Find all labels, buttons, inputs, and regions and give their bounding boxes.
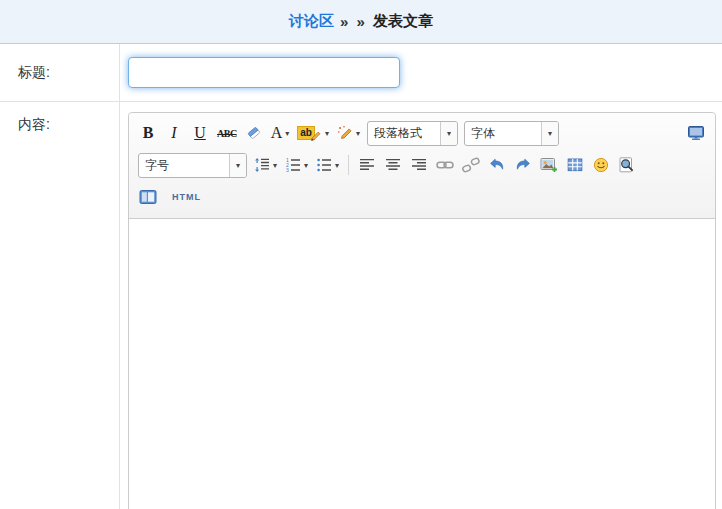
insert-image-button[interactable] bbox=[537, 152, 561, 178]
svg-text:3: 3 bbox=[286, 167, 289, 173]
editor-content-area[interactable] bbox=[129, 219, 715, 509]
link-icon bbox=[436, 157, 454, 173]
chevron-down-icon[interactable]: ▾ bbox=[541, 122, 558, 145]
breadcrumb-forum-link[interactable]: 讨论区 bbox=[289, 12, 334, 31]
align-center-icon bbox=[385, 157, 401, 173]
content-label: 内容: bbox=[0, 102, 120, 509]
strikethrough-button[interactable]: ABC bbox=[214, 120, 240, 146]
html-source-button[interactable]: HTML bbox=[169, 184, 204, 210]
line-height-icon bbox=[254, 157, 270, 173]
align-right-button[interactable] bbox=[407, 152, 431, 178]
remove-format-button[interactable] bbox=[242, 120, 266, 146]
breadcrumb-separator: » » bbox=[340, 13, 367, 30]
ordered-list-icon: 123 bbox=[285, 157, 301, 173]
align-left-icon bbox=[359, 157, 375, 173]
layout-blocks-icon bbox=[139, 189, 157, 205]
unlink-icon bbox=[462, 157, 480, 173]
align-left-button[interactable] bbox=[355, 152, 379, 178]
chevron-down-icon: ▾ bbox=[304, 161, 308, 170]
toolbar-row-2: 字号 ▾ ▾ 123 ▾ ▾ bbox=[135, 149, 709, 181]
chevron-down-icon: ▾ bbox=[356, 129, 360, 138]
post-form: 标题: 内容: B I U ABC bbox=[0, 44, 722, 509]
bullet-list-icon bbox=[316, 157, 332, 173]
bold-button[interactable]: B bbox=[136, 120, 160, 146]
rich-text-editor: B I U ABC A ▾ ab bbox=[128, 112, 716, 509]
post-article-page: 讨论区 » » 发表文章 标题: 内容: B I U ABC bbox=[0, 0, 722, 509]
table-icon bbox=[567, 157, 583, 173]
line-height-button[interactable]: ▾ bbox=[251, 152, 280, 178]
image-icon bbox=[540, 157, 558, 173]
insert-link-button[interactable] bbox=[433, 152, 457, 178]
title-input[interactable] bbox=[128, 57, 400, 88]
fullscreen-button[interactable] bbox=[684, 120, 708, 146]
editor-toolbar: B I U ABC A ▾ ab bbox=[129, 113, 715, 219]
chevron-down-icon: ▾ bbox=[285, 129, 289, 138]
smiley-icon bbox=[593, 157, 609, 173]
eraser-icon bbox=[246, 125, 262, 141]
undo-icon bbox=[488, 157, 506, 173]
toolbar-row-1: B I U ABC A ▾ ab bbox=[135, 117, 709, 149]
forecolor-button[interactable]: A ▾ bbox=[268, 120, 293, 146]
paragraph-format-value: 段落格式 bbox=[368, 122, 440, 145]
chevron-down-icon: ▾ bbox=[335, 161, 339, 170]
search-page-icon bbox=[618, 157, 636, 173]
bullet-list-button[interactable]: ▾ bbox=[313, 152, 342, 178]
italic-button[interactable]: I bbox=[162, 120, 186, 146]
chevron-down-icon[interactable]: ▾ bbox=[440, 122, 457, 145]
align-center-button[interactable] bbox=[381, 152, 405, 178]
ordered-list-button[interactable]: 123 ▾ bbox=[282, 152, 311, 178]
chevron-down-icon: ▾ bbox=[325, 129, 329, 138]
backcolor-button[interactable]: ab ▾ bbox=[294, 120, 332, 146]
chevron-down-icon: ▾ bbox=[273, 161, 277, 170]
paragraph-format-select[interactable]: 段落格式 ▾ bbox=[367, 121, 458, 146]
underline-button[interactable]: U bbox=[188, 120, 212, 146]
redo-button[interactable] bbox=[511, 152, 535, 178]
font-family-value: 字体 bbox=[465, 122, 541, 145]
preview-button[interactable] bbox=[615, 152, 639, 178]
toolbar-row-3: HTML bbox=[135, 181, 709, 213]
toolbar-separator bbox=[348, 155, 349, 175]
layout-blocks-button[interactable] bbox=[136, 184, 160, 210]
title-label: 标题: bbox=[0, 44, 120, 102]
title-field-cell bbox=[120, 44, 722, 102]
title-label-text: 标题: bbox=[18, 64, 50, 82]
content-field-cell: B I U ABC A ▾ ab bbox=[120, 102, 722, 509]
font-size-value: 字号 bbox=[139, 154, 229, 177]
content-label-text: 内容: bbox=[18, 116, 50, 132]
emoticon-button[interactable] bbox=[589, 152, 613, 178]
insert-table-button[interactable] bbox=[563, 152, 587, 178]
forecolor-a-icon: A bbox=[271, 124, 283, 142]
pencil-icon bbox=[310, 130, 322, 142]
undo-button[interactable] bbox=[485, 152, 509, 178]
monitor-icon bbox=[687, 125, 705, 141]
unlink-button[interactable] bbox=[459, 152, 483, 178]
redo-icon bbox=[514, 157, 532, 173]
font-size-select[interactable]: 字号 ▾ bbox=[138, 153, 247, 178]
style-tools-button[interactable]: ▾ bbox=[334, 120, 363, 146]
breadcrumb: 讨论区 » » 发表文章 bbox=[0, 0, 722, 44]
breadcrumb-current: 发表文章 bbox=[373, 12, 433, 31]
align-right-icon bbox=[411, 157, 427, 173]
chevron-down-icon[interactable]: ▾ bbox=[229, 154, 246, 177]
font-family-select[interactable]: 字体 ▾ bbox=[464, 121, 559, 146]
magic-pencil-icon bbox=[337, 125, 353, 141]
